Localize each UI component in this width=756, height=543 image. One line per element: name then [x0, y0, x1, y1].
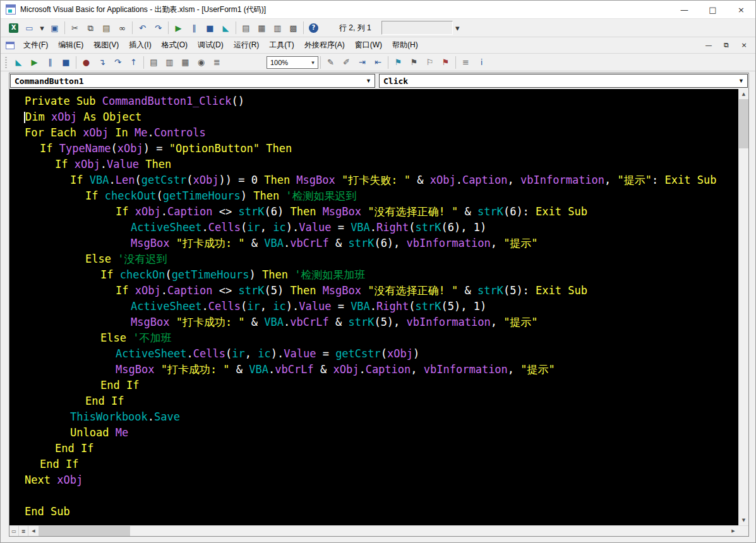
menu-item-11[interactable]: 帮助(H) — [387, 37, 423, 54]
scroll-down-button[interactable]: ▼ — [739, 515, 748, 525]
child-close-button[interactable]: × — [735, 39, 753, 52]
menu-item-10[interactable]: 窗口(W) — [350, 37, 387, 54]
code-line-2[interactable]: Dim xObj As Object — [25, 109, 738, 125]
toolbox-button[interactable]: ▩ — [286, 21, 301, 35]
chevron-down-icon[interactable]: ▼ — [735, 78, 747, 84]
horizontal-scroll-track[interactable] — [130, 526, 728, 536]
run-debug-button[interactable]: ▶ — [27, 56, 42, 69]
minimize-button[interactable]: — — [670, 1, 699, 18]
code-line-26[interactable] — [25, 488, 738, 504]
code-line-12[interactable]: If checkOn(getTimeHours) Then '检测如果加班 — [25, 267, 738, 283]
menu-item-2[interactable]: 编辑(E) — [53, 37, 88, 54]
close-button[interactable]: × — [727, 1, 755, 18]
horizontal-scroll-thumb[interactable] — [39, 526, 130, 536]
watch-window-button[interactable]: ▦ — [178, 56, 193, 69]
previous-bookmark-button[interactable]: ⚐ — [423, 56, 437, 69]
code-line-5[interactable]: If xObj.Value Then — [25, 157, 738, 172]
code-line-6[interactable]: If VBA.Len(getCstr(xObj)) = 0 Then MsgBo… — [25, 172, 738, 188]
menu-item-5[interactable]: 格式(O) — [157, 37, 193, 54]
maximize-button[interactable]: □ — [699, 1, 727, 18]
code-line-8[interactable]: If xObj.Caption <> strK(6) Then MsgBox "… — [25, 204, 738, 220]
break-button[interactable]: ‖ — [187, 21, 201, 35]
vertical-scroll-thumb[interactable] — [739, 99, 748, 148]
immediate-window-button[interactable]: ▥ — [162, 56, 177, 69]
toggle-breakpoint-button[interactable]: ● — [79, 56, 93, 69]
uncomment-block-button[interactable]: ✐ — [339, 56, 354, 69]
zoom-combo[interactable]: 100%▾ — [267, 56, 318, 69]
procedure-combo[interactable]: Click ▼ — [379, 74, 748, 88]
locals-window-button[interactable]: ▤ — [147, 56, 161, 69]
code-line-4[interactable]: If TypeName(xObj) = "OptionButton" Then — [25, 141, 738, 157]
menu-item-4[interactable]: 插入(I) — [124, 37, 156, 54]
object-combo[interactable]: CommandButton1 ▼ — [10, 74, 375, 88]
code-line-10[interactable]: MsgBox "打卡成功: " & VBA.vbCrLf & strK(6), … — [25, 236, 738, 251]
step-over-button[interactable]: ↷ — [111, 56, 125, 69]
menu-item-6[interactable]: 调试(D) — [193, 37, 229, 54]
code-area[interactable]: Private Sub CommandButton1_Click()Dim xO… — [9, 89, 738, 525]
break-debug-button[interactable]: ‖ — [43, 56, 57, 69]
toolbar-overflow-button[interactable]: ▾ — [453, 21, 462, 35]
code-line-3[interactable]: For Each xObj In Me.Controls — [25, 125, 738, 141]
paste-button[interactable]: ▤ — [99, 21, 114, 35]
menu-item-7[interactable]: 运行(R) — [229, 37, 265, 54]
menu-item-8[interactable]: 工具(T) — [264, 37, 299, 54]
chevron-down-icon[interactable]: ▾ — [308, 59, 318, 66]
quick-watch-button[interactable]: ◉ — [194, 56, 208, 69]
scroll-left-button[interactable]: ◀ — [28, 526, 39, 536]
copy-button[interactable]: ⧉ — [83, 21, 98, 35]
step-out-button[interactable]: ↑ — [126, 56, 141, 69]
save-button[interactable]: ▣ — [47, 21, 62, 35]
comment-block-button[interactable]: ✎ — [323, 56, 338, 69]
scroll-up-button[interactable]: ▲ — [739, 89, 748, 99]
help-button[interactable]: ? — [306, 21, 321, 35]
list-properties-button[interactable]: ≡ — [459, 56, 473, 69]
code-line-11[interactable]: Else '没有迟到 — [25, 251, 738, 267]
cut-button[interactable]: ✂ — [68, 21, 82, 35]
clear-bookmarks-button[interactable]: ⚑ — [438, 56, 453, 69]
full-module-view-button[interactable]: ≣ — [19, 526, 28, 536]
project-explorer-button[interactable]: ▤ — [239, 21, 253, 35]
code-line-1[interactable]: Private Sub CommandButton1_Click() — [25, 93, 738, 109]
menu-item-9[interactable]: 外接程序(A) — [299, 37, 350, 54]
design-mode-debug-button[interactable]: ◣ — [11, 56, 26, 69]
scroll-right-button[interactable]: ▶ — [728, 526, 738, 536]
indent-button[interactable]: ⇥ — [355, 56, 369, 69]
toolbar-grip[interactable] — [4, 56, 8, 69]
child-minimize-button[interactable]: — — [700, 39, 717, 52]
find-button[interactable]: ∞ — [115, 21, 129, 35]
code-line-18[interactable]: MsgBox "打卡成功: " & VBA.vbCrLf & xObj.Capt… — [25, 362, 738, 378]
code-line-16[interactable]: Else '不加班 — [25, 330, 738, 346]
next-bookmark-button[interactable]: ⚑ — [407, 56, 421, 69]
code-line-15[interactable]: MsgBox "打卡成功: " & VBA.vbCrLf & strK(5), … — [25, 314, 738, 330]
step-into-button[interactable]: ↴ — [95, 56, 109, 69]
menu-item-1[interactable]: 文件(F) — [18, 37, 53, 54]
code-line-27[interactable]: End Sub — [25, 504, 738, 520]
toggle-bookmark-button[interactable]: ⚑ — [391, 56, 405, 69]
chevron-down-icon[interactable]: ▼ — [363, 78, 375, 84]
code-line-22[interactable]: Unload Me — [25, 425, 738, 441]
code-line-7[interactable]: If checkOut(getTimeHours) Then '检测如果迟到 — [25, 188, 738, 204]
quick-info-button[interactable]: i — [474, 56, 489, 69]
vertical-scrollbar[interactable]: ▲ ▼ — [738, 89, 748, 525]
code-line-24[interactable]: End If — [25, 456, 738, 472]
code-line-14[interactable]: ActiveSheet.Cells(ir, ic).Value = VBA.Ri… — [25, 299, 738, 314]
procedure-view-button[interactable]: ▭ — [9, 526, 19, 536]
code-line-13[interactable]: If xObj.Caption <> strK(5) Then MsgBox "… — [25, 283, 738, 299]
code-line-19[interactable]: End If — [25, 378, 738, 393]
insert-userform-button[interactable]: ▭ — [22, 21, 37, 35]
vertical-scroll-track[interactable] — [739, 148, 748, 515]
properties-window-button[interactable]: ▦ — [255, 21, 269, 35]
child-window-icon[interactable] — [6, 42, 15, 49]
reset-debug-button[interactable]: ■ — [59, 56, 73, 69]
outdent-button[interactable]: ⇤ — [371, 56, 385, 69]
code-line-21[interactable]: ThisWorkbook.Save — [25, 409, 738, 425]
code-line-9[interactable]: ActiveSheet.Cells(ir, ic).Value = VBA.Ri… — [25, 220, 738, 236]
view-excel-button[interactable]: X — [6, 21, 21, 35]
object-browser-button[interactable]: ▥ — [270, 21, 285, 35]
code-line-23[interactable]: End If — [25, 441, 738, 456]
code-line-17[interactable]: ActiveSheet.Cells(ir, ic).Value = getCst… — [25, 346, 738, 362]
undo-button[interactable]: ↶ — [135, 21, 150, 35]
redo-button[interactable]: ↷ — [151, 21, 165, 35]
reset-button[interactable]: ■ — [203, 21, 217, 35]
design-mode-button[interactable]: ◣ — [219, 21, 233, 35]
